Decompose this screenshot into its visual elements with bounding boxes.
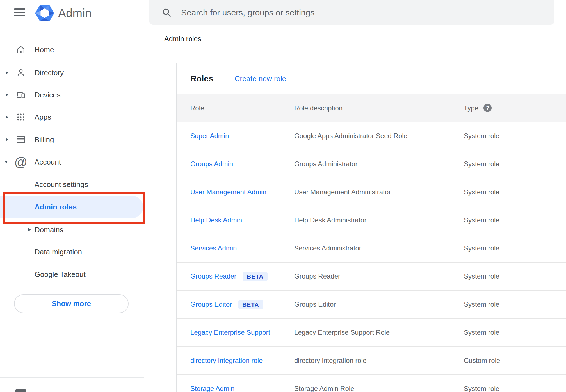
role-type: System role — [464, 160, 566, 168]
sidebar-bottom-divider — [0, 377, 144, 378]
sidebar-item-data-migration[interactable]: Data migration — [0, 241, 144, 263]
sidebar-item-devices[interactable]: Devices — [0, 84, 144, 106]
card-title: Roles — [190, 74, 213, 83]
column-header-type: Type — [464, 104, 478, 112]
role-description: Groups Reader — [294, 272, 464, 280]
table-row: directory integration role directory int… — [177, 346, 566, 374]
role-type: Custom role — [464, 357, 566, 364]
credit-card-icon — [16, 135, 26, 145]
role-type: System role — [464, 132, 566, 140]
role-link[interactable]: Services Admin — [190, 244, 237, 252]
menu-button[interactable] — [13, 7, 26, 19]
role-link[interactable]: Groups Reader — [190, 272, 236, 280]
table-row: Help Desk Admin Help Desk Administrator … — [177, 206, 566, 234]
role-description: Legacy Enterprise Support Role — [294, 329, 464, 336]
sidebar-item-directory[interactable]: Directory — [0, 61, 144, 84]
search-bar[interactable] — [149, 0, 554, 25]
devices-icon — [16, 90, 26, 100]
table-row: Groups Reader BETA Groups Reader System … — [177, 262, 566, 290]
expand-arrow-icon[interactable] — [28, 228, 31, 231]
sidebar-item-account-settings[interactable]: Account settings — [0, 173, 144, 196]
table-row: Legacy Enterprise Support Legacy Enterpr… — [177, 318, 566, 346]
expand-arrow-icon[interactable] — [6, 138, 8, 141]
column-header-role: Role — [177, 104, 294, 112]
expand-arrow-icon[interactable] — [6, 93, 8, 97]
table-row: Storage Admin Storage Admin Role System … — [177, 374, 566, 392]
breadcrumb: Admin roles — [164, 35, 201, 43]
sidebar-item-home[interactable]: Home — [0, 38, 144, 61]
sidebar-bottom-partial-icon — [15, 389, 26, 392]
role-link[interactable]: Groups Admin — [190, 160, 233, 168]
role-description: Google Apps Administrator Seed Role — [294, 132, 464, 140]
role-type: System role — [464, 272, 566, 280]
roles-card-header: Roles Create new role — [177, 63, 566, 94]
hamburger-icon — [14, 8, 25, 10]
role-type: System role — [464, 188, 566, 196]
role-description: Services Administrator — [294, 244, 464, 252]
app-title: Admin — [58, 6, 92, 20]
sidebar-item-admin-roles[interactable]: Admin roles — [0, 196, 144, 218]
show-more-button[interactable]: Show more — [14, 294, 129, 313]
sidebar-item-account[interactable]: @ Account — [0, 151, 144, 173]
role-description: Storage Admin Role — [294, 385, 464, 392]
role-link[interactable]: Storage Admin — [190, 385, 234, 392]
roles-card: Roles Create new role Role Role descript… — [176, 63, 566, 392]
sidebar-item-billing[interactable]: Billing — [0, 128, 144, 151]
admin-logo[interactable]: Admin — [35, 4, 92, 22]
role-description: Help Desk Administrator — [294, 216, 464, 224]
role-description: Groups Administrator — [294, 160, 464, 168]
expand-arrow-icon[interactable] — [6, 71, 8, 74]
role-description: Groups Editor — [294, 300, 464, 308]
role-type: System role — [464, 329, 566, 336]
table-row: Services Admin Services Administrator Sy… — [177, 234, 566, 262]
role-link[interactable]: User Management Admin — [190, 188, 266, 196]
role-link[interactable]: Help Desk Admin — [190, 216, 242, 224]
collapse-arrow-icon[interactable] — [4, 161, 8, 163]
role-type: System role — [464, 385, 566, 392]
sidebar-item-apps[interactable]: Apps — [0, 106, 144, 128]
beta-badge: BETA — [243, 272, 268, 281]
role-link[interactable]: directory integration role — [190, 357, 263, 364]
role-description: User Management Administrator — [294, 188, 464, 196]
role-link[interactable]: Super Admin — [190, 132, 229, 140]
beta-badge: BETA — [238, 300, 263, 309]
table-row: Super Admin Google Apps Administrator Se… — [177, 122, 566, 150]
expand-arrow-icon[interactable] — [6, 115, 8, 119]
apps-grid-icon — [16, 112, 26, 122]
role-link[interactable]: Legacy Enterprise Support — [190, 329, 270, 336]
role-description: directory integration role — [294, 357, 464, 364]
at-sign-icon: @ — [16, 157, 26, 167]
sidebar-item-google-takeout[interactable]: Google Takeout — [0, 263, 144, 286]
search-input[interactable] — [181, 0, 519, 25]
role-type: System role — [464, 216, 566, 224]
table-row: User Management Admin User Management Ad… — [177, 178, 566, 206]
table-header-row: Role Role description Type ? — [177, 94, 566, 122]
create-new-role-link[interactable]: Create new role — [235, 74, 286, 83]
column-header-role-description: Role description — [294, 104, 464, 112]
search-icon — [161, 7, 172, 17]
admin-hexagon-logo-icon — [35, 4, 54, 22]
table-row: Groups Editor BETA Groups Editor System … — [177, 290, 566, 318]
help-icon[interactable]: ? — [483, 104, 492, 112]
person-icon — [16, 68, 26, 78]
sidebar-item-domains[interactable]: Domains — [0, 218, 144, 241]
role-link[interactable]: Groups Editor — [190, 300, 232, 308]
role-type: System role — [464, 244, 566, 252]
role-type: System role — [464, 300, 566, 308]
breadcrumb-divider — [149, 48, 566, 48]
google-admin-console: { "app": { "name": "Admin" }, "search": … — [0, 0, 566, 392]
home-icon — [16, 45, 26, 55]
table-row: Groups Admin Groups Administrator System… — [177, 150, 566, 178]
